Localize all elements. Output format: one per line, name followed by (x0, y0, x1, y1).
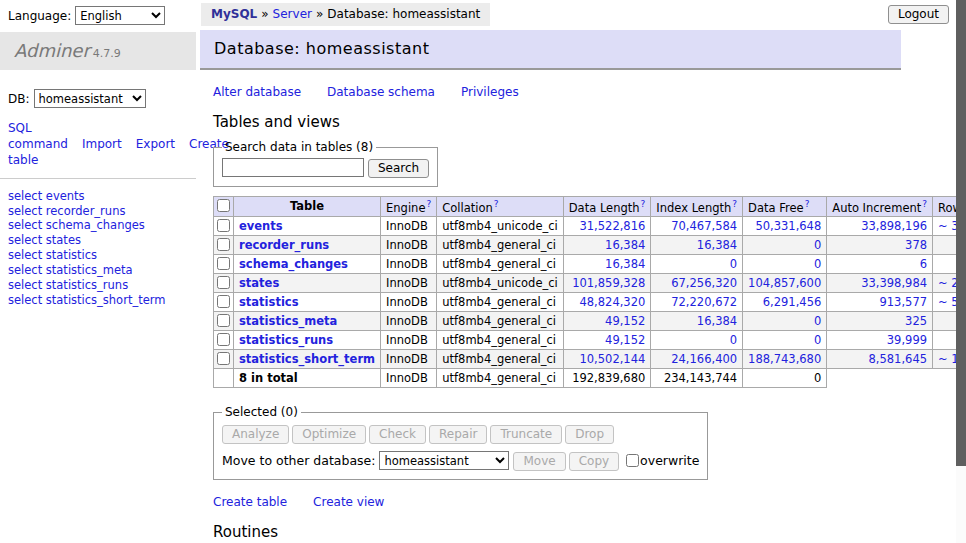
sidebar-select-schema-changes[interactable]: select schema_changes (8, 218, 196, 233)
cell-auto-increment-link[interactable]: 33,898,196 (861, 219, 927, 233)
bottom-link-create-table[interactable]: Create table (213, 495, 287, 509)
sidebar-link-export[interactable]: Export (136, 137, 175, 151)
cell-auto-increment-link[interactable]: 913,577 (879, 295, 927, 309)
help-link[interactable]: ? (805, 199, 810, 209)
column-header-table: Table (234, 196, 381, 217)
cell-index-length-link[interactable]: 24,166,400 (671, 352, 737, 366)
move-button[interactable]: Move (513, 452, 565, 471)
optimize-button[interactable]: Optimize (292, 425, 366, 444)
cell-index-length-link[interactable]: 0 (730, 257, 737, 271)
search-input[interactable] (222, 158, 364, 177)
selected-fieldset: Selected (0) AnalyzeOptimizeCheckRepairT… (213, 405, 708, 480)
cell-data-free-link[interactable]: 0 (814, 257, 821, 271)
cell-data-free-link[interactable]: 0 (814, 314, 821, 328)
cell-auto-increment-link[interactable]: 8,581,645 (869, 352, 928, 366)
row-checkbox[interactable] (217, 238, 230, 251)
page-title: Database: homeassistant (214, 39, 887, 58)
cell-data-free-link[interactable]: 0 (814, 333, 821, 347)
row-checkbox[interactable] (217, 333, 230, 346)
scrollbar-thumb[interactable] (956, 0, 966, 466)
help-link[interactable]: ? (732, 199, 737, 209)
sidebar-select-statistics[interactable]: select statistics (8, 248, 196, 263)
db-link-alter-database[interactable]: Alter database (213, 85, 301, 99)
cell-auto-increment-link[interactable]: 378 (905, 238, 927, 252)
truncate-button[interactable]: Truncate (490, 425, 562, 444)
help-link[interactable]: ? (426, 199, 431, 209)
row-checkbox[interactable] (217, 219, 230, 232)
tables-table: TableEngine?Collation?Data Length?Index … (213, 196, 966, 389)
db-link-privileges[interactable]: Privileges (461, 85, 519, 99)
row-checkbox[interactable] (217, 295, 230, 308)
db-select[interactable]: homeassistant (34, 89, 146, 108)
cell-auto-increment-link[interactable]: 325 (905, 314, 927, 328)
help-link[interactable]: ? (922, 199, 927, 209)
table-link-statistics[interactable]: statistics (239, 295, 299, 309)
cell-index-length-link[interactable]: 16,384 (697, 314, 737, 328)
row-checkbox[interactable] (217, 276, 230, 289)
cell-index-length-link[interactable]: 72,220,672 (671, 295, 737, 309)
cell-index-length-link[interactable]: 70,467,584 (671, 219, 737, 233)
cell-data-length: 49,152 (563, 312, 651, 331)
row-checkbox[interactable] (217, 314, 230, 327)
vertical-scrollbar[interactable] (956, 0, 966, 543)
row-checkbox[interactable] (217, 352, 230, 365)
db-link-database-schema[interactable]: Database schema (327, 85, 435, 99)
cell-index-length-link[interactable]: 16,384 (697, 238, 737, 252)
repair-button[interactable]: Repair (429, 425, 487, 444)
cell-data-length-link[interactable]: 10,502,144 (579, 352, 645, 366)
cell-data-free-link[interactable]: 104,857,600 (748, 276, 821, 290)
table-link-states[interactable]: states (239, 276, 279, 290)
language-select[interactable]: English (75, 6, 165, 25)
table-link-events[interactable]: events (239, 219, 283, 233)
search-button[interactable]: Search (368, 159, 429, 178)
cell-index-length-link[interactable]: 0 (730, 333, 737, 347)
sidebar-link-import[interactable]: Import (82, 137, 122, 151)
cell-data-length-link[interactable]: 49,152 (605, 314, 645, 328)
sidebar-select-statistics-runs[interactable]: select statistics_runs (8, 278, 196, 293)
table-link-schema-changes[interactable]: schema_changes (239, 257, 348, 271)
table-link-statistics-short-term[interactable]: statistics_short_term (239, 352, 375, 366)
help-link[interactable]: ? (494, 199, 499, 209)
sidebar-select-statistics-short-term[interactable]: select statistics_short_term (8, 293, 196, 308)
cell-data-free-link[interactable]: 50,331,648 (755, 219, 821, 233)
analyze-button[interactable]: Analyze (222, 425, 289, 444)
cell-auto-increment: 33,898,196 (827, 217, 933, 236)
select-all-checkbox[interactable] (217, 199, 230, 212)
sidebar-links: SQL commandImportExportCreate table (8, 120, 184, 169)
sidebar-select-events[interactable]: select events (8, 189, 196, 204)
table-link-recorder-runs[interactable]: recorder_runs (239, 238, 329, 252)
cell-auto-increment-link[interactable]: 33,398,984 (861, 276, 927, 290)
breadcrumb-link-server[interactable]: Server (273, 7, 312, 21)
bottom-link-create-view[interactable]: Create view (313, 495, 384, 509)
total-index-length: 234,143,744 (651, 369, 743, 388)
sidebar-select-statistics-meta[interactable]: select statistics_meta (8, 263, 196, 278)
sidebar-select-states[interactable]: select states (8, 233, 196, 248)
sidebar-divider (0, 178, 196, 179)
drop-button[interactable]: Drop (565, 425, 614, 444)
cell-auto-increment-link[interactable]: 39,999 (887, 333, 927, 347)
sidebar-link-sql-command[interactable]: SQL command (8, 121, 68, 151)
total-engine: InnoDB (381, 369, 437, 388)
copy-button[interactable]: Copy (569, 452, 619, 471)
cell-index-length-link[interactable]: 67,256,320 (671, 276, 737, 290)
row-checkbox[interactable] (217, 257, 230, 270)
cell-data-free-link[interactable]: 0 (814, 238, 821, 252)
help-link[interactable]: ? (641, 199, 646, 209)
sidebar-select-recorder-runs[interactable]: select recorder_runs (8, 204, 196, 219)
cell-data-free-link[interactable]: 6,291,456 (763, 295, 822, 309)
breadcrumb-link-mysql[interactable]: MySQL (211, 7, 257, 21)
cell-auto-increment-link[interactable]: 6 (920, 257, 927, 271)
cell-data-length-link[interactable]: 31,522,816 (579, 219, 645, 233)
table-link-statistics-meta[interactable]: statistics_meta (239, 314, 337, 328)
move-db-select[interactable]: homeassistant (379, 451, 509, 470)
cell-data-length-link[interactable]: 16,384 (605, 257, 645, 271)
table-link-statistics-runs[interactable]: statistics_runs (239, 333, 333, 347)
check-button[interactable]: Check (369, 425, 426, 444)
cell-data-length-link[interactable]: 48,824,320 (579, 295, 645, 309)
cell-data-free-link[interactable]: 188,743,680 (748, 352, 821, 366)
cell-data-length-link[interactable]: 101,859,328 (572, 276, 645, 290)
overwrite-checkbox[interactable] (626, 454, 639, 467)
cell-data-length-link[interactable]: 16,384 (605, 238, 645, 252)
cell-data-length-link[interactable]: 49,152 (605, 333, 645, 347)
sidebar-table-links: select eventsselect recorder_runsselect … (8, 189, 196, 309)
